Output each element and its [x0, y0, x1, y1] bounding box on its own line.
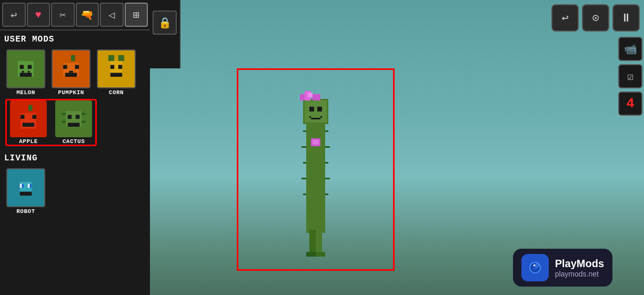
sword-button[interactable]: ✂	[51, 3, 75, 27]
svg-rect-33	[82, 113, 86, 115]
item-cell-robot: ROBOT	[4, 168, 47, 215]
cactus-character	[268, 75, 363, 265]
cactus-icon[interactable]	[55, 100, 92, 137]
svg-rect-32	[62, 113, 66, 115]
svg-rect-4	[20, 73, 32, 77]
target-button[interactable]: ⊙	[582, 4, 609, 32]
melon-icon[interactable]	[6, 49, 45, 88]
char-display	[238, 70, 393, 269]
svg-rect-52	[301, 178, 306, 179]
living-header: LIVING	[0, 150, 150, 166]
check-button[interactable]: ☑	[618, 64, 642, 88]
svg-rect-49	[325, 146, 330, 148]
svg-rect-59	[316, 252, 325, 257]
item-cell-corn: CORN	[95, 49, 138, 96]
svg-rect-3	[28, 65, 32, 69]
svg-rect-57	[316, 230, 322, 253]
svg-rect-12	[65, 73, 77, 77]
svg-rect-70	[308, 93, 313, 97]
svg-rect-34	[62, 121, 66, 123]
item-cell-melon: MELON	[4, 49, 47, 96]
melon-label: MELON	[16, 89, 35, 96]
svg-rect-48	[301, 146, 306, 148]
playmods-badge: PlayMods playmods.net	[513, 249, 612, 287]
playmods-text: PlayMods playmods.net	[555, 258, 604, 278]
playmods-url: playmods.net	[555, 270, 604, 278]
svg-rect-10	[63, 65, 67, 69]
user-mods-grid: MELON PUMPKIN	[0, 47, 150, 149]
lock-area: 🔒	[150, 0, 180, 68]
svg-rect-30	[76, 115, 80, 119]
sidebar-content: USER MODS MELON	[0, 30, 150, 295]
robot-label: ROBOT	[16, 208, 35, 215]
pumpkin-label: PUMPKIN	[58, 89, 84, 96]
svg-rect-47	[325, 130, 328, 132]
toolbar: ↩ ♥ ✂ 🔫 ◁ ⊞	[0, 0, 150, 30]
svg-rect-5	[22, 71, 24, 73]
grid-button[interactable]: ⊞	[125, 3, 148, 27]
svg-rect-46	[303, 130, 306, 132]
svg-rect-66	[320, 116, 322, 118]
back-button[interactable]: ↩	[2, 3, 26, 27]
svg-rect-51	[325, 162, 328, 164]
svg-rect-65	[311, 118, 320, 119]
svg-rect-18	[108, 55, 114, 61]
selected-group: APPLE	[5, 99, 97, 146]
svg-rect-31	[68, 123, 80, 127]
svg-rect-54	[303, 194, 306, 195]
arrow-button[interactable]: ◁	[100, 3, 124, 27]
pumpkin-icon[interactable]	[52, 49, 90, 88]
heart-button[interactable]: ♥	[27, 3, 51, 27]
svg-rect-56	[309, 230, 316, 253]
apple-icon[interactable]	[10, 100, 47, 137]
item-cell-apple: APPLE	[7, 100, 50, 145]
svg-rect-35	[82, 121, 86, 123]
sidebar: ↩ ♥ ✂ 🔫 ◁ ⊞ USER MODS	[0, 0, 150, 295]
svg-rect-42	[30, 184, 32, 188]
svg-rect-9	[71, 55, 75, 61]
svg-point-77	[536, 264, 539, 267]
svg-rect-53	[325, 178, 330, 179]
user-mods-header: USER MODS	[0, 32, 150, 47]
svg-rect-50	[303, 162, 306, 164]
corn-label: CORN	[109, 89, 124, 96]
svg-rect-64	[309, 116, 311, 118]
svg-rect-13	[69, 71, 73, 73]
corn-icon[interactable]	[97, 49, 136, 88]
svg-rect-23	[28, 105, 33, 111]
apple-label: APPLE	[19, 138, 38, 145]
camera-button[interactable]: 📹	[618, 37, 642, 61]
svg-rect-2	[20, 65, 24, 69]
undo-button[interactable]: ↩	[551, 4, 579, 32]
svg-rect-62	[309, 107, 314, 111]
robot-icon[interactable]	[6, 168, 45, 207]
svg-rect-26	[23, 123, 35, 127]
living-grid: ROBOT	[0, 166, 150, 217]
svg-rect-19	[118, 55, 124, 61]
svg-rect-55	[325, 194, 328, 195]
svg-rect-69	[313, 94, 320, 100]
svg-rect-25	[33, 115, 37, 119]
svg-rect-38	[24, 174, 28, 180]
lock-button[interactable]: 🔒	[153, 11, 177, 35]
svg-rect-16	[110, 65, 115, 69]
item-cell-cactus: CACTUS	[52, 100, 95, 145]
svg-rect-41	[22, 184, 24, 188]
svg-rect-58	[306, 252, 316, 257]
svg-rect-20	[110, 73, 123, 77]
cactus-label: CACTUS	[63, 138, 85, 145]
playmods-title: PlayMods	[555, 258, 604, 270]
svg-rect-24	[21, 115, 25, 119]
svg-rect-29	[68, 115, 72, 119]
playmods-logo	[521, 254, 549, 281]
char-frame	[237, 68, 395, 271]
number-badge: 4	[618, 91, 642, 116]
item-cell-pumpkin: PUMPKIN	[49, 49, 93, 96]
svg-rect-63	[317, 107, 322, 111]
svg-rect-43	[20, 192, 32, 196]
svg-rect-11	[75, 65, 79, 69]
svg-rect-6	[28, 71, 30, 73]
right-panel: 📹 ☑ 4	[617, 0, 644, 295]
svg-rect-76	[534, 265, 535, 266]
gun-button[interactable]: 🔫	[76, 3, 99, 27]
